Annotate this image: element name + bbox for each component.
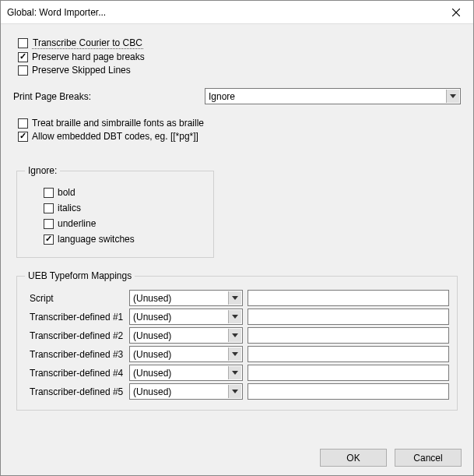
checkbox-bold[interactable]: bold <box>39 187 205 198</box>
ueb-label: Script <box>25 293 125 304</box>
chevron-down-icon <box>446 90 459 103</box>
svg-marker-8 <box>232 390 238 393</box>
dropdown-value: (Unused) <box>133 368 171 379</box>
ueb-row-3: Transcriber-defined #3 (Unused) <box>25 346 449 362</box>
ueb-text-input[interactable] <box>248 365 449 381</box>
close-button[interactable] <box>438 1 473 24</box>
checkbox-preserve-hard[interactable]: Preserve hard page breaks <box>13 51 461 62</box>
dialog-content: Transcribe Courier to CBC Preserve hard … <box>1 24 473 411</box>
ueb-dropdown[interactable]: (Unused) <box>129 346 243 362</box>
fieldset-ueb: UEB Typeform Mappings Script (Unused) Tr… <box>16 270 458 411</box>
ueb-dropdown[interactable]: (Unused) <box>129 327 243 344</box>
svg-marker-5 <box>232 333 238 337</box>
ok-button[interactable]: OK <box>320 449 387 467</box>
dropdown-value: (Unused) <box>133 349 171 360</box>
fieldset-ignore-legend: Ignore: <box>25 165 60 176</box>
ueb-text-input[interactable] <box>248 346 449 362</box>
checkbox-label: Preserve Skipped Lines <box>32 65 131 76</box>
ueb-row-4: Transcriber-defined #4 (Unused) <box>25 365 449 381</box>
checkbox-underline[interactable]: underline <box>39 218 205 229</box>
checkbox-language-switches[interactable]: language switches <box>39 234 205 245</box>
checkbox-box <box>18 118 28 129</box>
fieldset-ignore: Ignore: bold italics underline language … <box>16 165 214 258</box>
dropdown-value: (Unused) <box>133 386 171 397</box>
svg-marker-2 <box>450 94 456 98</box>
titlebar: Global: Word Importer... <box>1 1 473 24</box>
ueb-text-input[interactable] <box>248 309 449 325</box>
ueb-row-script: Script (Unused) <box>25 290 449 306</box>
ueb-label: Transcriber-defined #1 <box>25 312 125 323</box>
chevron-down-icon <box>228 385 241 398</box>
fieldset-ueb-legend: UEB Typeform Mappings <box>25 270 135 281</box>
checkbox-box <box>44 203 54 213</box>
cancel-button[interactable]: Cancel <box>395 449 462 467</box>
ueb-label: Transcriber-defined #3 <box>25 349 125 360</box>
svg-marker-4 <box>232 315 238 319</box>
checkbox-label: bold <box>58 187 75 198</box>
chevron-down-icon <box>228 329 241 342</box>
print-page-breaks-label: Print Page Breaks: <box>13 91 205 102</box>
chevron-down-icon <box>228 366 241 379</box>
checkbox-box <box>44 188 54 198</box>
ueb-label: Transcriber-defined #5 <box>25 386 125 397</box>
checkbox-box <box>44 234 54 245</box>
ueb-dropdown[interactable]: (Unused) <box>129 383 243 400</box>
ueb-dropdown[interactable]: (Unused) <box>129 309 243 325</box>
checkbox-label: italics <box>58 203 81 213</box>
ueb-row-1: Transcriber-defined #1 (Unused) <box>25 309 449 325</box>
checkbox-box <box>44 219 54 229</box>
checkbox-label: Treat braille and simbraille fonts as br… <box>32 118 204 129</box>
checkbox-box <box>18 52 28 62</box>
chevron-down-icon <box>228 310 241 323</box>
close-icon <box>452 9 460 16</box>
checkbox-treat-braille[interactable]: Treat braille and simbraille fonts as br… <box>13 118 461 129</box>
checkbox-label: language switches <box>58 234 135 245</box>
checkbox-preserve-skipped[interactable]: Preserve Skipped Lines <box>13 65 461 76</box>
svg-marker-7 <box>232 371 238 375</box>
dropdown-value: Ignore <box>209 91 235 102</box>
checkbox-label: Preserve hard page breaks <box>32 51 145 62</box>
ueb-row-5: Transcriber-defined #5 (Unused) <box>25 383 449 400</box>
ueb-text-input[interactable] <box>248 290 449 306</box>
ueb-dropdown[interactable]: (Unused) <box>129 365 243 381</box>
print-page-breaks-row: Print Page Breaks: Ignore <box>13 88 461 104</box>
checkbox-italics[interactable]: italics <box>39 203 205 213</box>
checkbox-label: Transcribe Courier to CBC <box>32 37 143 49</box>
checkbox-label: Allow embedded DBT codes, eg. [[*pg*]] <box>32 131 198 142</box>
window-title: Global: Word Importer... <box>7 7 438 18</box>
dropdown-value: (Unused) <box>133 330 171 341</box>
checkbox-box <box>18 65 28 76</box>
checkbox-allow-embedded[interactable]: Allow embedded DBT codes, eg. [[*pg*]] <box>13 131 461 142</box>
dialog-buttons: OK Cancel <box>320 449 462 467</box>
dropdown-value: (Unused) <box>133 293 171 304</box>
checkbox-transcribe[interactable]: Transcribe Courier to CBC <box>13 37 461 49</box>
ueb-row-2: Transcriber-defined #2 (Unused) <box>25 327 449 344</box>
dropdown-value: (Unused) <box>133 312 171 323</box>
ueb-label: Transcriber-defined #4 <box>25 368 125 379</box>
checkbox-box <box>18 132 28 142</box>
print-page-breaks-dropdown[interactable]: Ignore <box>205 88 461 104</box>
checkbox-box <box>18 38 28 48</box>
chevron-down-icon <box>228 291 241 305</box>
checkbox-label: underline <box>58 218 96 229</box>
svg-marker-3 <box>232 296 238 300</box>
ueb-label: Transcriber-defined #2 <box>25 330 125 341</box>
svg-marker-6 <box>232 352 238 356</box>
ueb-text-input[interactable] <box>248 383 449 400</box>
chevron-down-icon <box>228 347 241 361</box>
ueb-text-input[interactable] <box>248 327 449 344</box>
ueb-dropdown[interactable]: (Unused) <box>129 290 243 306</box>
